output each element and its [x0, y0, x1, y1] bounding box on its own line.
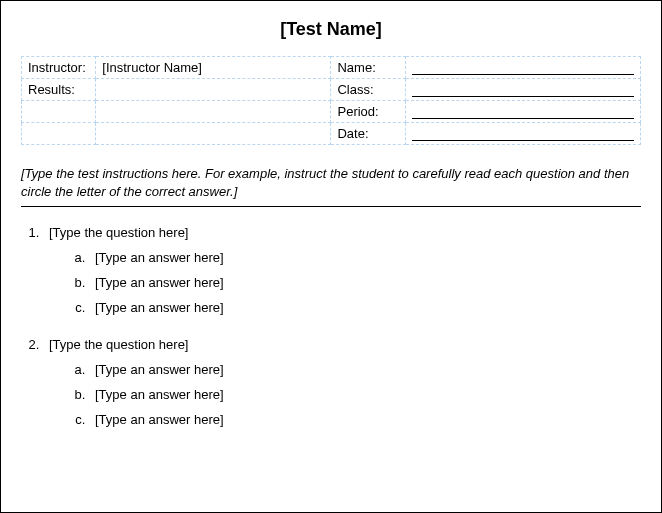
question-list: [Type the question here] [Type an answer…	[21, 225, 641, 427]
period-label: Period:	[331, 101, 405, 123]
question-item: [Type the question here] [Type an answer…	[43, 337, 641, 427]
answer-text[interactable]: [Type an answer here]	[89, 300, 224, 315]
class-label: Class:	[331, 79, 405, 101]
test-document: [Test Name] Instructor: [Instructor Name…	[0, 0, 662, 513]
answer-item: [Type an answer here]	[89, 362, 641, 377]
answer-text[interactable]: [Type an answer here]	[89, 412, 224, 427]
answer-item: [Type an answer here]	[89, 300, 641, 315]
answer-item: [Type an answer here]	[89, 250, 641, 265]
answer-text[interactable]: [Type an answer here]	[89, 362, 224, 377]
answer-list: [Type an answer here] [Type an answer he…	[43, 250, 641, 315]
instructor-label: Instructor:	[22, 57, 96, 79]
results-value[interactable]	[96, 79, 331, 101]
answer-text[interactable]: [Type an answer here]	[89, 275, 224, 290]
blank-cell	[96, 101, 331, 123]
answer-item: [Type an answer here]	[89, 412, 641, 427]
name-label: Name:	[331, 57, 405, 79]
answer-text[interactable]: [Type an answer here]	[89, 387, 224, 402]
answer-text[interactable]: [Type an answer here]	[89, 250, 224, 265]
answer-item: [Type an answer here]	[89, 275, 641, 290]
question-text[interactable]: [Type the question here]	[43, 337, 188, 352]
question-text[interactable]: [Type the question here]	[43, 225, 188, 240]
blank-cell	[96, 123, 331, 145]
name-field[interactable]	[405, 57, 640, 79]
test-title[interactable]: [Test Name]	[21, 19, 641, 40]
answer-item: [Type an answer here]	[89, 387, 641, 402]
info-table: Instructor: [Instructor Name] Name: Resu…	[21, 56, 641, 145]
period-field[interactable]	[405, 101, 640, 123]
date-label: Date:	[331, 123, 405, 145]
instructor-value[interactable]: [Instructor Name]	[96, 57, 331, 79]
blank-cell	[22, 123, 96, 145]
blank-cell	[22, 101, 96, 123]
question-item: [Type the question here] [Type an answer…	[43, 225, 641, 315]
class-field[interactable]	[405, 79, 640, 101]
instructions-text[interactable]: [Type the test instructions here. For ex…	[21, 165, 641, 207]
results-label: Results:	[22, 79, 96, 101]
date-field[interactable]	[405, 123, 640, 145]
answer-list: [Type an answer here] [Type an answer he…	[43, 362, 641, 427]
